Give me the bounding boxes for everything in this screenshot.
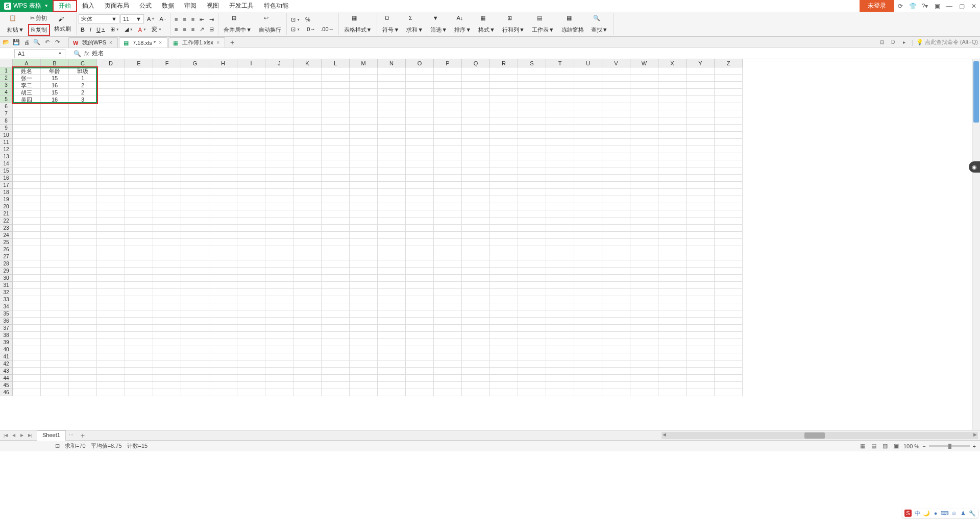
cell[interactable] [41,225,69,232]
cell[interactable] [546,268,574,275]
cell[interactable] [518,218,546,225]
cell[interactable] [41,253,69,260]
cell[interactable] [574,375,602,382]
cell[interactable] [434,303,462,310]
row-header[interactable]: 11 [0,139,13,146]
cell[interactable] [322,103,350,110]
cell[interactable] [434,296,462,303]
cell[interactable] [546,96,574,103]
cell[interactable] [518,318,546,325]
cell[interactable] [462,332,490,339]
cell[interactable] [97,167,125,175]
cell[interactable] [434,225,462,232]
cell[interactable] [322,225,350,232]
cell[interactable] [265,189,293,196]
cell[interactable] [350,375,378,382]
cell[interactable] [237,232,265,239]
cell[interactable] [209,253,237,260]
cell[interactable] [462,75,490,82]
cell[interactable] [69,160,97,167]
cell[interactable] [237,310,265,318]
cell[interactable] [658,360,687,368]
cell[interactable] [265,368,293,375]
cell[interactable] [125,175,153,182]
row-header[interactable]: 2 [0,75,13,82]
cell[interactable] [293,332,322,339]
cell[interactable] [181,246,209,253]
row-header[interactable]: 36 [0,318,13,325]
cell[interactable] [406,260,434,268]
cell[interactable] [293,196,322,203]
cell[interactable] [462,389,490,396]
cell[interactable] [630,268,658,275]
cell[interactable] [322,153,350,160]
cell[interactable] [153,89,181,96]
cell[interactable] [69,175,97,182]
cell[interactable] [181,146,209,153]
cell[interactable] [209,239,237,246]
cell[interactable] [265,389,293,396]
cell[interactable] [715,289,743,296]
cell[interactable] [41,117,69,125]
cell[interactable] [97,296,125,303]
cell[interactable] [181,196,209,203]
cell[interactable] [462,117,490,125]
cell[interactable] [490,303,518,310]
cell[interactable] [462,296,490,303]
cell[interactable] [209,325,237,332]
cell[interactable] [715,218,743,225]
cell[interactable] [715,189,743,196]
cell[interactable] [265,296,293,303]
cell[interactable] [658,268,687,275]
cell[interactable] [630,360,658,368]
cell[interactable] [125,239,153,246]
cell[interactable] [13,360,41,368]
cell[interactable] [434,375,462,382]
decimal-inc-button[interactable]: .0→ [303,25,317,33]
cell[interactable] [574,175,602,182]
cell[interactable] [490,146,518,153]
cell[interactable] [518,110,546,117]
cell[interactable] [322,353,350,360]
cell[interactable] [153,125,181,132]
cell[interactable] [518,82,546,89]
row-header[interactable]: 23 [0,225,13,232]
menu-tab-start[interactable]: 开始 [53,0,77,12]
cell[interactable] [153,210,181,218]
cell[interactable] [265,89,293,96]
cell[interactable] [265,175,293,182]
cell[interactable] [490,196,518,203]
cell[interactable] [209,389,237,396]
cell[interactable] [350,382,378,389]
cell[interactable] [209,225,237,232]
cell[interactable] [715,225,743,232]
cell[interactable] [97,67,125,75]
cell[interactable] [630,210,658,218]
cell[interactable] [350,103,378,110]
row-header[interactable]: 14 [0,160,13,167]
cell[interactable] [41,375,69,382]
cell[interactable] [687,225,715,232]
cell[interactable] [462,132,490,139]
cell[interactable] [406,146,434,153]
font-grow-button[interactable]: A+ [145,15,157,23]
cell[interactable] [293,117,322,125]
cell[interactable] [490,89,518,96]
cell[interactable] [181,318,209,325]
cell[interactable] [602,275,630,282]
cell[interactable] [350,225,378,232]
cell[interactable] [378,310,406,318]
cell[interactable] [125,160,153,167]
cell[interactable] [265,268,293,275]
cell[interactable] [434,275,462,282]
cell[interactable] [518,296,546,303]
cell[interactable] [490,153,518,160]
copy-button[interactable]: ⎘复制 [28,24,50,36]
row-header[interactable]: 19 [0,196,13,203]
cell[interactable] [209,196,237,203]
cell[interactable] [69,360,97,368]
cell[interactable] [97,132,125,139]
cell[interactable] [490,117,518,125]
cell[interactable] [97,303,125,310]
cell[interactable]: 16 [41,96,69,103]
